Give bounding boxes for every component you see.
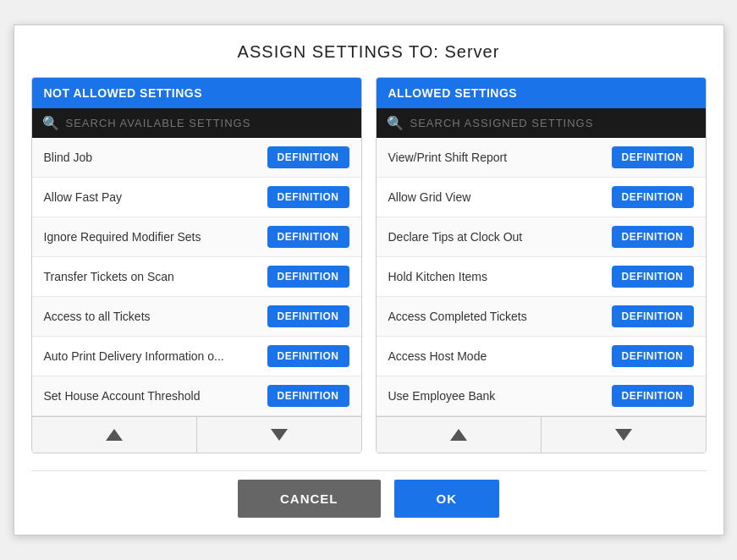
definition-button[interactable]: DEFINITION (612, 226, 694, 248)
row-label: Allow Grid View (388, 190, 471, 204)
assign-settings-dialog: ASSIGN SETTINGS TO: Server NOT ALLOWED S… (14, 25, 724, 535)
ok-button[interactable]: OK (394, 480, 500, 518)
table-row: Access Completed Tickets DEFINITION (377, 297, 706, 337)
definition-button[interactable]: DEFINITION (612, 305, 694, 327)
table-row: Access to all Tickets DEFINITION (32, 297, 361, 337)
up-arrow-icon (106, 429, 123, 441)
allowed-list: View/Print Shift Report DEFINITION Allow… (377, 138, 706, 416)
definition-button[interactable]: DEFINITION (267, 305, 349, 327)
allowed-search-input[interactable] (410, 117, 696, 129)
allowed-nav (377, 416, 706, 453)
down-arrow-icon (271, 429, 288, 441)
table-row: Transfer Tickets on Scan DEFINITION (32, 257, 361, 297)
definition-button[interactable]: DEFINITION (612, 385, 694, 407)
table-row: Use Employee Bank DEFINITION (377, 376, 706, 416)
scroll-down-button[interactable] (197, 417, 361, 453)
row-label: Access to all Tickets (44, 310, 151, 323)
definition-button[interactable]: DEFINITION (267, 226, 349, 248)
not-allowed-search-input[interactable] (66, 117, 351, 129)
table-row: Allow Fast Pay DEFINITION (32, 178, 361, 217)
definition-button[interactable]: DEFINITION (612, 345, 694, 367)
down-arrow-icon (615, 429, 632, 441)
scroll-down-button[interactable] (542, 417, 706, 453)
allowed-search-bar: 🔍 (377, 108, 706, 138)
search-icon: 🔍 (387, 115, 404, 131)
scroll-up-button[interactable] (32, 417, 197, 453)
dialog-footer: CANCEL OK (31, 470, 707, 518)
not-allowed-search-bar: 🔍 (32, 108, 361, 138)
table-row: Auto Print Delivery Information o... DEF… (32, 337, 361, 376)
not-allowed-nav (32, 416, 361, 453)
table-row: Access Host Mode DEFINITION (377, 337, 706, 376)
definition-button[interactable]: DEFINITION (267, 186, 349, 208)
row-label: Set House Account Threshold (44, 389, 201, 403)
table-row: Declare Tips at Clock Out DEFINITION (377, 217, 706, 257)
definition-button[interactable]: DEFINITION (612, 186, 694, 208)
row-label: Declare Tips at Clock Out (388, 230, 523, 244)
allowed-header: ALLOWED SETTINGS (377, 78, 706, 108)
not-allowed-panel: NOT ALLOWED SETTINGS 🔍 Blind Job DEFINIT… (31, 77, 362, 453)
table-row: Set House Account Threshold DEFINITION (32, 376, 361, 416)
panels-container: NOT ALLOWED SETTINGS 🔍 Blind Job DEFINIT… (31, 77, 707, 453)
definition-button[interactable]: DEFINITION (267, 345, 349, 367)
up-arrow-icon (450, 429, 467, 441)
row-label: Access Completed Tickets (388, 310, 527, 323)
definition-button[interactable]: DEFINITION (612, 266, 694, 288)
row-label: Auto Print Delivery Information o... (44, 349, 224, 363)
definition-button[interactable]: DEFINITION (267, 266, 349, 288)
row-label: Use Employee Bank (388, 389, 496, 403)
dialog-title: ASSIGN SETTINGS TO: Server (31, 42, 707, 62)
table-row: Hold Kitchen Items DEFINITION (377, 257, 706, 297)
row-label: Transfer Tickets on Scan (44, 270, 174, 283)
not-allowed-header: NOT ALLOWED SETTINGS (32, 78, 361, 108)
definition-button[interactable]: DEFINITION (267, 385, 349, 407)
row-label: Allow Fast Pay (44, 190, 123, 204)
search-icon: 🔍 (42, 115, 59, 131)
row-label: View/Print Shift Report (388, 151, 508, 164)
row-label: Ignore Required Modifier Sets (44, 230, 201, 244)
scroll-up-button[interactable] (377, 417, 542, 453)
definition-button[interactable]: DEFINITION (267, 146, 349, 168)
table-row: Allow Grid View DEFINITION (377, 178, 706, 217)
table-row: Blind Job DEFINITION (32, 138, 361, 178)
table-row: Ignore Required Modifier Sets DEFINITION (32, 217, 361, 257)
table-row: View/Print Shift Report DEFINITION (377, 138, 706, 178)
row-label: Access Host Mode (388, 349, 487, 363)
row-label: Blind Job (44, 151, 93, 164)
not-allowed-list: Blind Job DEFINITION Allow Fast Pay DEFI… (32, 138, 361, 416)
allowed-panel: ALLOWED SETTINGS 🔍 View/Print Shift Repo… (376, 77, 707, 453)
cancel-button[interactable]: CANCEL (238, 480, 381, 518)
definition-button[interactable]: DEFINITION (612, 146, 694, 168)
row-label: Hold Kitchen Items (388, 270, 488, 283)
